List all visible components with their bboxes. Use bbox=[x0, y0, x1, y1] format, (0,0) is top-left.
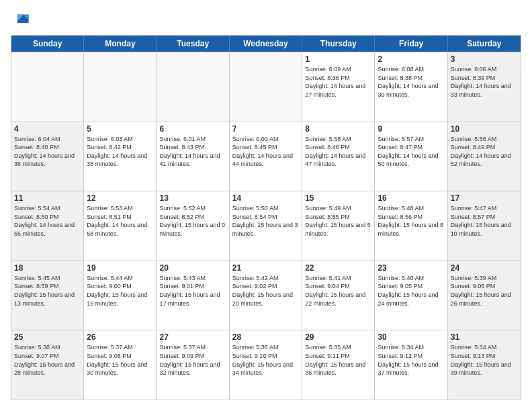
day-number: 26 bbox=[87, 332, 153, 342]
day-info: Sunrise: 5:42 AM Sunset: 9:02 PM Dayligh… bbox=[232, 274, 299, 308]
day-cell-26: 26Sunrise: 5:37 AM Sunset: 9:08 PM Dayli… bbox=[84, 330, 157, 400]
day-cell-28: 28Sunrise: 5:36 AM Sunset: 9:10 PM Dayli… bbox=[230, 330, 302, 400]
day-info: Sunrise: 5:53 AM Sunset: 8:51 PM Dayligh… bbox=[87, 204, 153, 238]
day-info: Sunrise: 5:41 AM Sunset: 9:04 PM Dayligh… bbox=[305, 274, 371, 308]
day-info: Sunrise: 5:57 AM Sunset: 8:47 PM Dayligh… bbox=[378, 135, 444, 169]
day-number: 12 bbox=[87, 193, 153, 203]
day-number: 25 bbox=[14, 332, 81, 342]
page-header bbox=[11, 11, 521, 30]
day-cell-10: 10Sunrise: 5:56 AM Sunset: 8:49 PM Dayli… bbox=[448, 122, 521, 191]
day-number: 22 bbox=[305, 263, 371, 273]
day-cell-31: 31Sunrise: 5:34 AM Sunset: 9:13 PM Dayli… bbox=[448, 330, 521, 400]
calendar-body: 1Sunrise: 6:09 AM Sunset: 8:36 PM Daylig… bbox=[11, 52, 521, 400]
day-cell-9: 9Sunrise: 5:57 AM Sunset: 8:47 PM Daylig… bbox=[375, 122, 447, 191]
calendar-header-row: SundayMondayTuesdayWednesdayThursdayFrid… bbox=[11, 36, 521, 52]
calendar-row-4: 25Sunrise: 5:38 AM Sunset: 9:07 PM Dayli… bbox=[11, 330, 521, 400]
day-info: Sunrise: 5:49 AM Sunset: 8:55 PM Dayligh… bbox=[305, 204, 371, 238]
day-cell-17: 17Sunrise: 5:47 AM Sunset: 8:57 PM Dayli… bbox=[448, 191, 521, 261]
day-info: Sunrise: 6:08 AM Sunset: 8:38 PM Dayligh… bbox=[378, 65, 444, 99]
day-number: 6 bbox=[160, 124, 226, 134]
day-number: 16 bbox=[378, 193, 444, 203]
day-info: Sunrise: 5:37 AM Sunset: 9:08 PM Dayligh… bbox=[87, 343, 153, 377]
day-number: 1 bbox=[305, 54, 371, 64]
day-number: 21 bbox=[232, 263, 299, 273]
header-cell-sunday: Sunday bbox=[11, 36, 84, 52]
logo-icon bbox=[11, 11, 30, 30]
day-cell-2: 2Sunrise: 6:08 AM Sunset: 8:38 PM Daylig… bbox=[375, 52, 447, 122]
day-number: 30 bbox=[378, 332, 444, 342]
day-cell-27: 27Sunrise: 5:37 AM Sunset: 9:09 PM Dayli… bbox=[157, 330, 230, 400]
day-info: Sunrise: 5:56 AM Sunset: 8:49 PM Dayligh… bbox=[451, 135, 518, 169]
day-info: Sunrise: 5:37 AM Sunset: 9:09 PM Dayligh… bbox=[160, 343, 226, 377]
day-number: 2 bbox=[378, 54, 444, 64]
day-cell-1: 1Sunrise: 6:09 AM Sunset: 8:36 PM Daylig… bbox=[302, 52, 375, 122]
day-number: 20 bbox=[160, 263, 226, 273]
day-number: 7 bbox=[232, 124, 299, 134]
day-info: Sunrise: 5:36 AM Sunset: 9:10 PM Dayligh… bbox=[232, 343, 299, 377]
empty-cell-0-2 bbox=[157, 52, 230, 122]
day-info: Sunrise: 5:35 AM Sunset: 9:11 PM Dayligh… bbox=[305, 343, 371, 377]
day-info: Sunrise: 5:47 AM Sunset: 8:57 PM Dayligh… bbox=[451, 204, 518, 238]
empty-cell-0-0 bbox=[11, 52, 84, 122]
day-info: Sunrise: 5:52 AM Sunset: 8:52 PM Dayligh… bbox=[160, 204, 226, 238]
day-number: 19 bbox=[87, 263, 153, 273]
day-info: Sunrise: 6:00 AM Sunset: 8:45 PM Dayligh… bbox=[232, 135, 299, 169]
day-number: 4 bbox=[14, 124, 81, 134]
day-cell-18: 18Sunrise: 5:45 AM Sunset: 8:59 PM Dayli… bbox=[11, 261, 84, 330]
day-info: Sunrise: 5:40 AM Sunset: 9:05 PM Dayligh… bbox=[378, 274, 444, 308]
day-cell-16: 16Sunrise: 5:48 AM Sunset: 8:56 PM Dayli… bbox=[375, 191, 447, 261]
day-cell-25: 25Sunrise: 5:38 AM Sunset: 9:07 PM Dayli… bbox=[11, 330, 84, 400]
logo bbox=[11, 11, 32, 30]
calendar-row-2: 11Sunrise: 5:54 AM Sunset: 8:50 PM Dayli… bbox=[11, 191, 521, 261]
day-info: Sunrise: 5:58 AM Sunset: 8:46 PM Dayligh… bbox=[305, 135, 371, 169]
day-number: 8 bbox=[305, 124, 371, 134]
day-info: Sunrise: 6:04 AM Sunset: 8:40 PM Dayligh… bbox=[14, 135, 81, 169]
day-info: Sunrise: 6:06 AM Sunset: 8:39 PM Dayligh… bbox=[451, 65, 518, 99]
day-info: Sunrise: 5:43 AM Sunset: 9:01 PM Dayligh… bbox=[160, 274, 226, 308]
empty-cell-0-1 bbox=[84, 52, 157, 122]
day-info: Sunrise: 5:38 AM Sunset: 9:07 PM Dayligh… bbox=[14, 343, 81, 377]
day-number: 24 bbox=[451, 263, 518, 273]
day-info: Sunrise: 5:44 AM Sunset: 9:00 PM Dayligh… bbox=[87, 274, 153, 308]
day-cell-12: 12Sunrise: 5:53 AM Sunset: 8:51 PM Dayli… bbox=[84, 191, 157, 261]
day-number: 11 bbox=[14, 193, 81, 203]
day-cell-24: 24Sunrise: 5:39 AM Sunset: 9:06 PM Dayli… bbox=[448, 261, 521, 330]
header-cell-wednesday: Wednesday bbox=[230, 36, 302, 52]
calendar-row-3: 18Sunrise: 5:45 AM Sunset: 8:59 PM Dayli… bbox=[11, 261, 521, 330]
day-number: 9 bbox=[378, 124, 444, 134]
day-info: Sunrise: 5:39 AM Sunset: 9:06 PM Dayligh… bbox=[451, 274, 518, 308]
day-number: 18 bbox=[14, 263, 81, 273]
header-cell-friday: Friday bbox=[375, 36, 447, 52]
day-cell-21: 21Sunrise: 5:42 AM Sunset: 9:02 PM Dayli… bbox=[230, 261, 302, 330]
day-cell-5: 5Sunrise: 6:03 AM Sunset: 8:42 PM Daylig… bbox=[84, 122, 157, 191]
calendar-grid: SundayMondayTuesdayWednesdayThursdayFrid… bbox=[11, 35, 521, 400]
day-cell-14: 14Sunrise: 5:50 AM Sunset: 8:54 PM Dayli… bbox=[230, 191, 302, 261]
day-number: 5 bbox=[87, 124, 153, 134]
day-number: 23 bbox=[378, 263, 444, 273]
day-info: Sunrise: 6:09 AM Sunset: 8:36 PM Dayligh… bbox=[305, 65, 371, 99]
day-info: Sunrise: 5:54 AM Sunset: 8:50 PM Dayligh… bbox=[14, 204, 81, 238]
day-number: 29 bbox=[305, 332, 371, 342]
day-info: Sunrise: 5:45 AM Sunset: 8:59 PM Dayligh… bbox=[14, 274, 81, 308]
day-cell-13: 13Sunrise: 5:52 AM Sunset: 8:52 PM Dayli… bbox=[157, 191, 230, 261]
day-info: Sunrise: 6:03 AM Sunset: 8:42 PM Dayligh… bbox=[87, 135, 153, 169]
day-cell-4: 4Sunrise: 6:04 AM Sunset: 8:40 PM Daylig… bbox=[11, 122, 84, 191]
day-cell-19: 19Sunrise: 5:44 AM Sunset: 9:00 PM Dayli… bbox=[84, 261, 157, 330]
day-number: 27 bbox=[160, 332, 226, 342]
day-number: 15 bbox=[305, 193, 371, 203]
day-number: 14 bbox=[232, 193, 299, 203]
day-number: 17 bbox=[451, 193, 518, 203]
calendar-row-1: 4Sunrise: 6:04 AM Sunset: 8:40 PM Daylig… bbox=[11, 122, 521, 191]
day-cell-3: 3Sunrise: 6:06 AM Sunset: 8:39 PM Daylig… bbox=[448, 52, 521, 122]
day-cell-6: 6Sunrise: 6:01 AM Sunset: 8:43 PM Daylig… bbox=[157, 122, 230, 191]
day-number: 13 bbox=[160, 193, 226, 203]
day-info: Sunrise: 5:34 AM Sunset: 9:13 PM Dayligh… bbox=[451, 343, 518, 377]
day-cell-22: 22Sunrise: 5:41 AM Sunset: 9:04 PM Dayli… bbox=[302, 261, 375, 330]
empty-cell-0-3 bbox=[230, 52, 302, 122]
day-number: 31 bbox=[451, 332, 518, 342]
day-info: Sunrise: 5:34 AM Sunset: 9:12 PM Dayligh… bbox=[378, 343, 444, 377]
day-number: 10 bbox=[451, 124, 518, 134]
day-number: 28 bbox=[232, 332, 299, 342]
header-cell-saturday: Saturday bbox=[448, 36, 521, 52]
day-info: Sunrise: 6:01 AM Sunset: 8:43 PM Dayligh… bbox=[160, 135, 226, 169]
